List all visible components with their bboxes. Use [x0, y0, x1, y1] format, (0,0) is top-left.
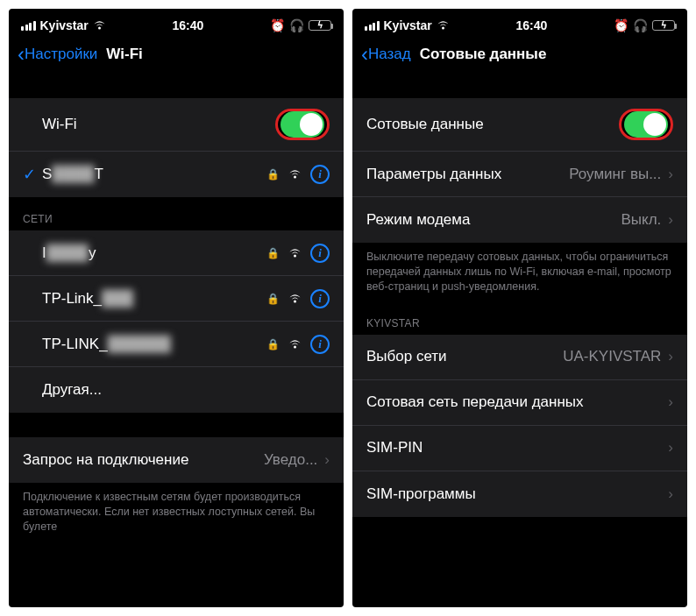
- other-network-label: Другая...: [42, 381, 330, 399]
- cellular-label: Сотовые данные: [366, 116, 619, 133]
- other-network-row[interactable]: Другая...: [9, 367, 344, 413]
- info-icon[interactable]: i: [310, 335, 330, 354]
- wifi-icon: [288, 169, 302, 180]
- network-row[interactable]: I████y 🔒 i: [9, 230, 344, 276]
- sim-pin-row[interactable]: SIM-PIN ›: [352, 426, 687, 471]
- network-selection-value: UA-KYIVSTAR: [563, 348, 661, 365]
- network-row[interactable]: TP-Link_███ 🔒 i: [9, 276, 344, 322]
- wifi-icon: [288, 339, 302, 350]
- nav-bar: ‹ Настройки Wi-Fi: [9, 39, 344, 74]
- chevron-right-icon: ›: [668, 211, 673, 229]
- ask-to-join-row[interactable]: Запрос на подключение Уведо... ›: [9, 437, 344, 483]
- headphones-icon: 🎧: [289, 18, 304, 32]
- hotspot-value: Выкл.: [621, 211, 661, 229]
- data-options-value: Роуминг вы...: [569, 166, 661, 183]
- checkmark-icon: ✓: [23, 165, 42, 184]
- ask-to-join-footer: Подключение к известным сетям будет прои…: [9, 483, 344, 542]
- network-name: TP-LINK_██████: [42, 336, 259, 353]
- battery-icon: ϟ: [652, 20, 675, 31]
- network-row[interactable]: TP-LINK_██████ 🔒 i: [9, 322, 344, 367]
- chevron-right-icon: ›: [668, 393, 673, 411]
- sim-apps-label: SIM-программы: [366, 485, 661, 503]
- cellular-data-network-row[interactable]: Сотовая сеть передачи данных ›: [352, 380, 687, 426]
- connected-network-name: S████T: [42, 166, 259, 183]
- info-icon[interactable]: i: [310, 289, 330, 308]
- chevron-right-icon: ›: [668, 439, 673, 457]
- wifi-icon: [288, 294, 302, 304]
- hotspot-label: Режим модема: [366, 211, 621, 229]
- connected-network-row[interactable]: ✓ S████T 🔒 i: [9, 152, 344, 197]
- signal-icon: [365, 21, 380, 31]
- data-options-row[interactable]: Параметры данных Роуминг вы... ›: [352, 152, 687, 197]
- status-time: 16:40: [515, 18, 547, 32]
- status-time: 16:40: [172, 18, 203, 32]
- cellular-toggle-row: Сотовые данные: [352, 98, 687, 152]
- chevron-right-icon: ›: [668, 166, 673, 183]
- info-icon[interactable]: i: [310, 244, 330, 263]
- alarm-icon: ⏰: [270, 18, 285, 32]
- carrier-section-label: KYIVSTAR: [352, 301, 687, 335]
- chevron-right-icon: ›: [668, 348, 673, 365]
- back-button[interactable]: ‹ Настройки: [18, 46, 97, 63]
- page-title: Wi-Fi: [106, 46, 142, 63]
- alarm-icon: ⏰: [614, 18, 629, 32]
- network-selection-label: Выбор сети: [366, 348, 563, 365]
- chevron-left-icon: ‹: [18, 46, 25, 62]
- network-selection-row[interactable]: Выбор сети UA-KYIVSTAR ›: [352, 335, 687, 380]
- cellular-toggle[interactable]: [619, 109, 673, 140]
- sim-pin-label: SIM-PIN: [366, 439, 661, 457]
- wifi-label: Wi-Fi: [42, 116, 275, 133]
- wifi-toggle[interactable]: [275, 109, 330, 140]
- status-bar: Kyivstar 16:40 ⏰ 🎧 ϟ: [9, 9, 344, 39]
- lock-icon: 🔒: [266, 293, 280, 305]
- nav-bar: ‹ Назад Сотовые данные: [352, 39, 687, 74]
- chevron-right-icon: ›: [668, 485, 673, 503]
- headphones-icon: 🎧: [633, 18, 648, 32]
- networks-section-label: СЕТИ: [9, 197, 344, 230]
- ask-to-join-label: Запрос на подключение: [23, 451, 264, 469]
- battery-icon: ϟ: [309, 20, 331, 31]
- back-button[interactable]: ‹ Назад: [361, 46, 411, 63]
- cellular-settings-screen: Kyivstar 16:40 ⏰ 🎧 ϟ ‹ Назад Сотовые дан…: [352, 9, 687, 607]
- signal-icon: [21, 21, 36, 31]
- chevron-left-icon: ‹: [361, 46, 368, 62]
- wifi-icon: [288, 248, 302, 258]
- wifi-toggle-row: Wi-Fi: [9, 98, 344, 152]
- page-title: Сотовые данные: [420, 46, 547, 63]
- sim-apps-row[interactable]: SIM-программы ›: [352, 471, 687, 517]
- chevron-right-icon: ›: [324, 451, 330, 469]
- back-label: Настройки: [25, 46, 97, 63]
- lock-icon: 🔒: [266, 168, 280, 181]
- info-icon[interactable]: i: [310, 165, 330, 184]
- lock-icon: 🔒: [266, 338, 280, 350]
- network-name: I████y: [42, 244, 259, 262]
- lock-icon: 🔒: [266, 247, 280, 259]
- data-options-label: Параметры данных: [366, 166, 569, 183]
- ask-to-join-value: Уведо...: [264, 451, 317, 469]
- cellular-data-network-label: Сотовая сеть передачи данных: [366, 393, 661, 411]
- hotspot-row[interactable]: Режим модема Выкл. ›: [352, 197, 687, 243]
- wifi-icon: [93, 20, 106, 31]
- cellular-footer: Выключите передачу сотовых данных, чтобы…: [352, 243, 687, 301]
- back-label: Назад: [368, 46, 411, 63]
- status-bar: Kyivstar 16:40 ⏰ 🎧 ϟ: [352, 9, 687, 39]
- carrier-label: Kyivstar: [384, 18, 432, 32]
- network-name: TP-Link_███: [42, 290, 259, 308]
- wifi-icon: [437, 20, 450, 31]
- wifi-settings-screen: Kyivstar 16:40 ⏰ 🎧 ϟ ‹ Настройки Wi-Fi W…: [9, 9, 344, 607]
- carrier-label: Kyivstar: [40, 18, 89, 32]
